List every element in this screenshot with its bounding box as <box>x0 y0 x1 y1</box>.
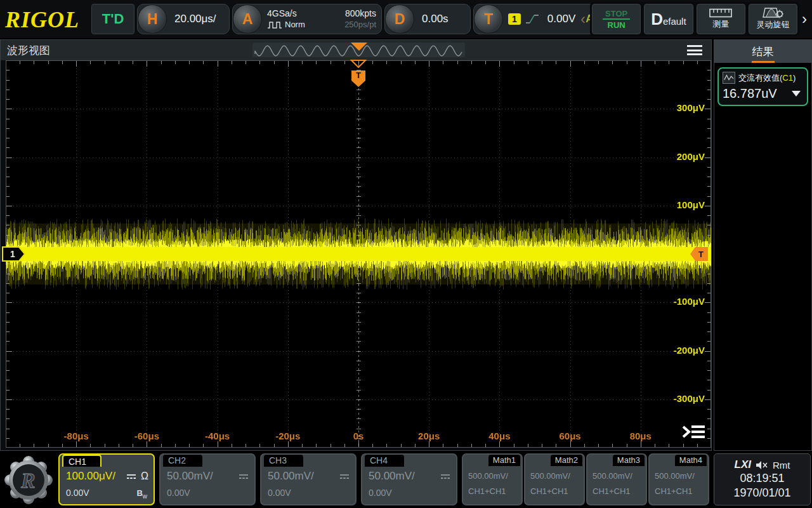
trigger-knob[interactable]: T <box>474 4 503 34</box>
trigger-slope-icon <box>525 13 540 25</box>
delay-value[interactable]: 0.00s <box>422 13 449 25</box>
run-label: RUN <box>608 20 625 30</box>
math-expression: CH1+CH1 <box>530 486 568 496</box>
channel-card-ch2[interactable]: CH250.00mV/0.00V <box>159 453 256 505</box>
channel-label: CH3 <box>264 455 303 467</box>
clock-date: 1970/01/01 <box>733 486 790 500</box>
voltage-axis-label: 200μV <box>659 151 705 162</box>
channel-status-bar: R CH1100.00μV/Ω0.00VBwCH250.00mV/0.00VCH… <box>0 452 812 508</box>
waveform-view-window: 波形视图 300μV200μV100μV-100μV-200μV-300μV-8… <box>0 39 712 451</box>
horizontal-group: H 20.00μs/ <box>137 4 230 34</box>
waveform-canvas[interactable] <box>6 60 711 448</box>
speaker-muted-icon <box>756 460 768 470</box>
channel-card-ch4[interactable]: CH450.00mV/0.00V <box>361 453 457 505</box>
math-label: Math2 <box>551 455 582 466</box>
horizontal-knob[interactable]: H <box>138 4 167 34</box>
horizontal-scale[interactable]: 20.00μs/ <box>174 13 216 25</box>
math-expression: CH1+CH1 <box>593 486 631 496</box>
channel-label: CH4 <box>365 455 404 467</box>
results-menu-expand-icon[interactable] <box>681 422 706 441</box>
time-axis-label: -60μs <box>124 431 169 441</box>
trigger-position-marker[interactable]: T <box>350 59 367 87</box>
delay-knob[interactable]: D <box>385 4 414 34</box>
sample-resolution: 250ps/pt <box>344 19 376 30</box>
channel-offset: 0.00V <box>66 488 89 500</box>
trigger-group: T 1 0.00V A <box>473 4 598 34</box>
channel-label: CH1 <box>62 455 102 467</box>
clock-time: 08:19:51 <box>740 471 784 486</box>
channel-offset: 0.00V <box>268 488 291 498</box>
trigger-level-marker[interactable]: T <box>690 246 709 262</box>
channel-scale: 50.00mV/ <box>369 470 415 483</box>
lxi-logo: LXI <box>735 458 751 471</box>
measure-button[interactable]: 测量 <box>697 4 745 34</box>
voltage-axis-label: -100μV <box>659 296 705 307</box>
acquisition-group: A 4GSa/s 800kpts Norm 250ps/pt <box>232 4 382 34</box>
time-axis-label: 60μs <box>548 431 593 441</box>
math-card-math1[interactable]: Math1500.00mV/CH1+CH1 <box>462 453 523 505</box>
stop-run-button[interactable]: STOP RUN <box>592 4 641 34</box>
results-title: 结果 <box>752 44 774 59</box>
stop-label: STOP <box>603 9 630 20</box>
results-header: 结果 <box>714 40 811 63</box>
math-scale: 500.00mV/ <box>655 471 695 481</box>
impedance-label: Ω <box>141 471 148 482</box>
toolbar-scroll-right-icon[interactable]: › <box>802 11 807 27</box>
trigger-source-badge[interactable]: 1 <box>508 13 521 25</box>
time-axis-label: 20μs <box>407 431 451 441</box>
rigol-nav-knob: R <box>1 453 56 507</box>
time-axis-label: 80μs <box>619 431 663 441</box>
quick-knob-button[interactable]: 灵动旋钮 <box>749 4 797 34</box>
trigger-offscreen-arrow-icon <box>350 60 367 68</box>
status-clock: LXI Rmt 08:19:51 1970/01/01 <box>714 453 811 505</box>
remote-badge: Rmt <box>773 460 790 471</box>
math-label: Math1 <box>488 455 520 466</box>
delay-group: D 0.00s <box>384 4 471 34</box>
math-scale: 500.00mV/ <box>593 471 632 481</box>
measurement-name: 交流有效值(C1) <box>738 72 796 84</box>
trigger-flag[interactable]: T <box>351 70 365 87</box>
voltage-axis-label: -300μV <box>659 393 705 404</box>
time-axis-label: 0s <box>336 431 381 441</box>
measurement-waveform-icon <box>723 72 735 84</box>
horizontal-position-strip[interactable] <box>252 43 465 57</box>
toolbar-scroll-left-icon[interactable]: ‹ <box>580 11 586 27</box>
rigol-logo: RIGOL <box>5 6 79 33</box>
voltage-axis-label: -200μV <box>659 345 705 356</box>
acquisition-wave-icon <box>267 20 282 29</box>
math-card-math4[interactable]: Math4500.00mV/CH1+CH1 <box>648 453 709 505</box>
acquisition-knob[interactable]: A <box>233 4 262 34</box>
trigger-level[interactable]: 0.00V <box>547 13 575 25</box>
bandwidth-limit-label: Bw <box>136 488 147 500</box>
quick-knob-icon <box>761 8 784 18</box>
voltage-axis-label: 300μV <box>659 102 705 113</box>
channel-scale: 100.00μV/ <box>66 470 115 483</box>
math-card-math3[interactable]: Math3500.00mV/CH1+CH1 <box>586 453 647 505</box>
measurement-card[interactable]: 交流有效值(C1) 16.787uV <box>717 67 808 106</box>
measurement-dropdown-icon[interactable] <box>792 91 801 97</box>
channel-card-ch3[interactable]: CH350.00mV/0.00V <box>260 453 357 505</box>
dc-coupling-icon <box>126 473 137 480</box>
time-axis-label: 40μs <box>477 431 521 441</box>
channel1-position-marker[interactable]: 1 <box>2 246 26 262</box>
channel-card-ch1[interactable]: CH1100.00μV/Ω0.00VBw <box>58 453 155 505</box>
svg-text:1: 1 <box>10 249 15 259</box>
graticule[interactable]: 300μV200μV100μV-100μV-200μV-300μV-80μs-6… <box>6 60 711 448</box>
svg-text:T: T <box>698 250 704 259</box>
channel-offset: 0.00V <box>369 488 392 498</box>
math-expression: CH1+CH1 <box>468 486 506 496</box>
math-card-math2[interactable]: Math2500.00mV/CH1+CH1 <box>524 453 585 505</box>
acquisition-panel[interactable]: 4GSa/s 800kpts Norm 250ps/pt <box>262 6 381 32</box>
waveform-menu-icon[interactable] <box>687 45 702 56</box>
acquisition-mode: Norm <box>285 19 305 30</box>
default-button[interactable]: Default <box>644 4 693 34</box>
time-axis-label: -40μs <box>195 431 240 441</box>
math-label: Math3 <box>613 455 645 466</box>
voltage-axis-label: 100μV <box>659 199 705 210</box>
memory-depth: 800kpts <box>345 8 376 19</box>
svg-text:R: R <box>20 469 36 492</box>
dc-coupling-icon <box>440 473 451 480</box>
waveform-view-title: 波形视图 <box>7 43 50 58</box>
math-scale: 500.00mV/ <box>530 471 570 481</box>
measurement-value: 16.787uV <box>723 86 777 101</box>
